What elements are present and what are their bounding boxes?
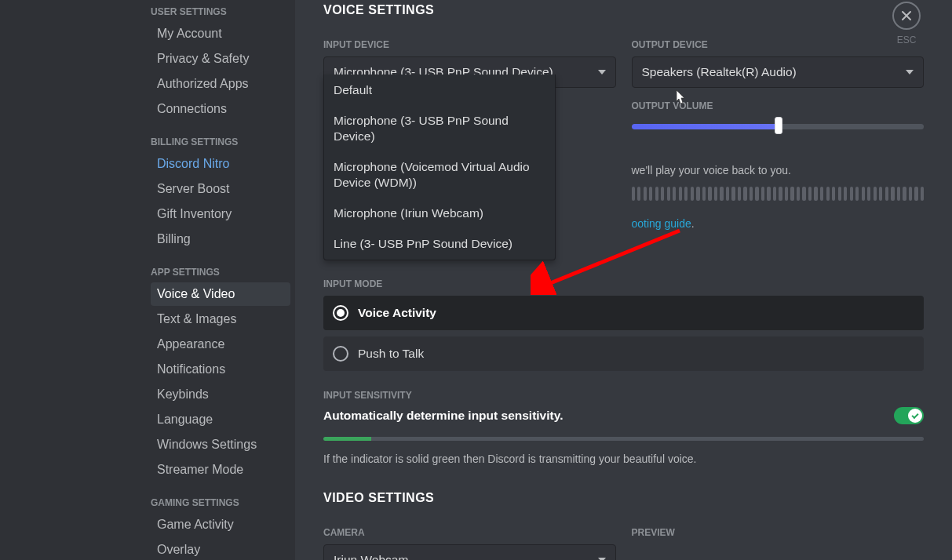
chevron-down-icon <box>906 70 914 75</box>
settings-sidebar: USER SETTINGSMy AccountPrivacy & SafetyA… <box>0 0 295 560</box>
input-device-dropdown: DefaultMicrophone (3- USB PnP Sound Devi… <box>323 75 556 260</box>
sidebar-item-text-images[interactable]: Text & Images <box>151 307 290 331</box>
troubleshoot-text: ooting guide. <box>632 216 925 232</box>
sidebar-item-connections[interactable]: Connections <box>151 97 290 121</box>
mic-segment <box>844 187 847 201</box>
dropdown-option[interactable]: Microphone (Iriun Webcam) <box>324 198 555 228</box>
radio-icon <box>333 305 348 321</box>
sidebar-item-overlay[interactable]: Overlay <box>151 538 290 560</box>
mic-segment <box>714 187 717 201</box>
sidebar-item-gift-inventory[interactable]: Gift Inventory <box>151 202 290 226</box>
mic-segment <box>726 187 729 201</box>
video-settings-title: VIDEO SETTINGS <box>323 491 924 505</box>
dropdown-option[interactable]: Microphone (3- USB PnP Sound Device) <box>324 105 555 151</box>
svg-line-0 <box>545 231 680 285</box>
mic-segment <box>738 187 741 201</box>
sensitivity-help: If the indicator is solid green then Dis… <box>323 452 924 467</box>
mic-segment <box>921 187 924 201</box>
mic-segment <box>891 187 894 201</box>
sidebar-item-voice-video[interactable]: Voice & Video <box>151 282 290 306</box>
mic-level-meter <box>632 187 925 201</box>
preview-label: PREVIEW <box>632 527 925 538</box>
output-volume-label: OUTPUT VOLUME <box>632 100 925 111</box>
radio-label: Voice Activity <box>358 306 436 320</box>
sidebar-item-windows-settings[interactable]: Windows Settings <box>151 433 290 456</box>
mic-segment <box>832 187 835 201</box>
mic-segment <box>743 187 746 201</box>
sidebar-item-language[interactable]: Language <box>151 408 290 431</box>
sidebar-section-header: USER SETTINGS <box>151 2 290 22</box>
mic-segment <box>862 187 865 201</box>
mic-segment <box>909 187 912 201</box>
chevron-down-icon <box>598 70 606 75</box>
sidebar-item-billing[interactable]: Billing <box>151 227 290 251</box>
camera-select[interactable]: Iriun Webcam <box>323 544 616 560</box>
sidebar-item-notifications[interactable]: Notifications <box>151 358 290 381</box>
auto-sensitivity-label: Automatically determine input sensitivit… <box>323 409 563 423</box>
mic-segment <box>808 187 812 201</box>
sidebar-item-game-activity[interactable]: Game Activity <box>151 513 290 536</box>
radio-label: Push to Talk <box>358 347 424 361</box>
output-device-select[interactable]: Speakers (Realtek(R) Audio) <box>632 56 925 88</box>
sidebar-item-keybinds[interactable]: Keybinds <box>151 383 290 406</box>
mic-segment <box>684 187 688 201</box>
sidebar-item-my-account[interactable]: My Account <box>151 22 290 45</box>
sidebar-item-privacy-safety[interactable]: Privacy & Safety <box>151 47 290 71</box>
mic-segment <box>767 187 770 201</box>
input-sensitivity-label: INPUT SENSITIVITY <box>323 390 924 401</box>
output-volume-slider[interactable] <box>632 118 925 135</box>
mic-test-help: we'll play your voice back to you. <box>632 163 925 179</box>
mic-segment <box>838 187 841 201</box>
dropdown-option[interactable]: Line (3- USB PnP Sound Device) <box>324 228 555 259</box>
mic-segment <box>903 187 906 201</box>
sidebar-section-header: APP SETTINGS <box>151 262 290 282</box>
mic-segment <box>874 187 877 201</box>
mic-segment <box>820 187 823 201</box>
mic-segment <box>850 187 853 201</box>
sidebar-section-header: BILLING SETTINGS <box>151 132 290 152</box>
sidebar-item-appearance[interactable]: Appearance <box>151 333 290 356</box>
mic-segment <box>702 187 706 201</box>
mic-segment <box>691 187 694 201</box>
page-title: VOICE SETTINGS <box>323 3 924 17</box>
mic-segment <box>679 187 682 201</box>
radio-push-to-talk[interactable]: Push to Talk <box>323 336 924 371</box>
mic-segment <box>826 187 830 201</box>
close-button[interactable] <box>892 2 921 30</box>
sidebar-item-streamer-mode[interactable]: Streamer Mode <box>151 458 290 482</box>
dropdown-option[interactable]: Default <box>324 75 555 105</box>
input-device-label: INPUT DEVICE <box>323 39 616 50</box>
radio-voice-activity[interactable]: Voice Activity <box>323 296 924 330</box>
sidebar-item-authorized-apps[interactable]: Authorized Apps <box>151 72 290 96</box>
sidebar-item-server-boost[interactable]: Server Boost <box>151 177 290 201</box>
check-icon <box>911 412 918 419</box>
radio-icon <box>333 346 348 362</box>
mic-segment <box>785 187 788 201</box>
mic-segment <box>914 187 917 201</box>
mic-segment <box>814 187 817 201</box>
mic-segment <box>644 187 647 201</box>
mic-segment <box>879 187 882 201</box>
mic-segment <box>637 187 640 201</box>
mic-segment <box>761 187 764 201</box>
sidebar-item-discord-nitro[interactable]: Discord Nitro <box>151 152 290 176</box>
slider-thumb[interactable] <box>775 117 782 134</box>
mic-segment <box>731 187 735 201</box>
dropdown-option[interactable]: Microphone (Voicemod Virtual Audio Devic… <box>324 151 555 198</box>
mic-segment <box>661 187 664 201</box>
troubleshoot-link[interactable]: ooting guide <box>632 217 691 230</box>
input-mode-label: INPUT MODE <box>323 278 924 289</box>
settings-content: ESC VOICE SETTINGS INPUT DEVICE Micropho… <box>295 0 952 560</box>
mic-segment <box>655 187 658 201</box>
camera-value: Iriun Webcam <box>334 553 408 560</box>
mic-segment <box>790 187 793 201</box>
mic-segment <box>696 187 699 201</box>
mic-segment <box>773 187 776 201</box>
mic-segment <box>855 187 859 201</box>
mic-segment <box>750 187 753 201</box>
sidebar-section-header: GAMING SETTINGS <box>151 493 290 513</box>
mic-segment <box>708 187 711 201</box>
mic-segment <box>867 187 870 201</box>
auto-sensitivity-toggle[interactable] <box>894 407 924 424</box>
sensitivity-bar <box>323 437 924 441</box>
